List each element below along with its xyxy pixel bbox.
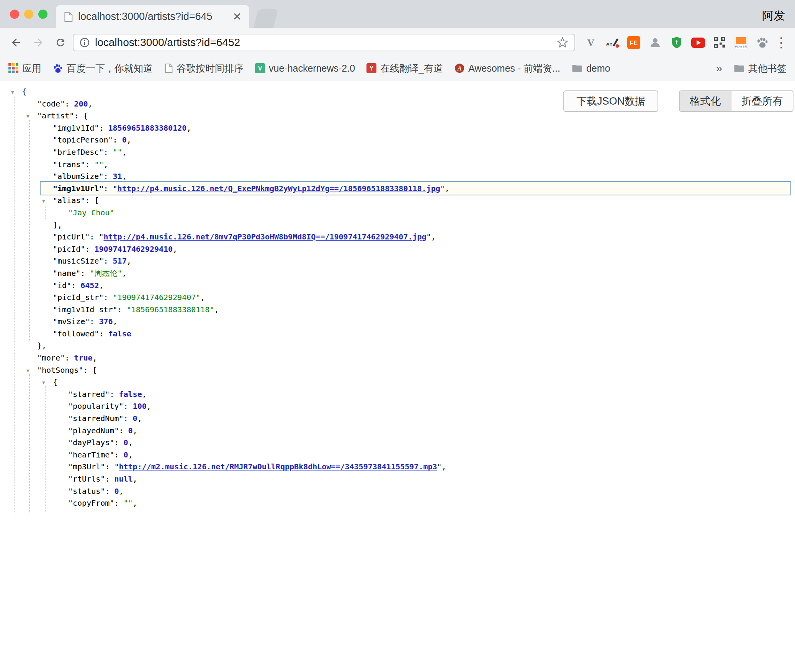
- json-token: 0: [133, 414, 137, 423]
- collapse-arrow-icon[interactable]: ▼: [26, 110, 29, 123]
- json-line: "hearTime": 0,: [0, 449, 795, 461]
- folder-icon: [572, 64, 582, 73]
- collapse-arrow-icon[interactable]: ▼: [11, 86, 14, 98]
- json-token: ,: [133, 426, 137, 435]
- bookmark-item[interactable]: 百度一下，你就知道: [53, 62, 153, 75]
- bookmarks-overflow-icon[interactable]: »: [716, 62, 722, 75]
- page-info-icon[interactable]: [80, 38, 90, 48]
- bookmark-label: vue-hackernews-2.0: [269, 63, 355, 74]
- json-token: ": [426, 232, 431, 241]
- tree-guide-line: [45, 386, 46, 513]
- json-token: [: [94, 196, 99, 205]
- back-button[interactable]: [6, 33, 26, 52]
- json-key: "rtUrls": [68, 474, 105, 484]
- json-line-text: "code": 200,: [37, 99, 93, 108]
- json-token: :: [113, 135, 122, 144]
- json-line-text: "starredNum": 0,: [68, 414, 142, 423]
- collapse-arrow-icon[interactable]: ▼: [42, 195, 45, 207]
- forward-button[interactable]: [28, 33, 48, 52]
- json-token: ,: [214, 305, 219, 314]
- paw-extension-icon[interactable]: [754, 33, 771, 52]
- bookmark-item[interactable]: AAwesomes - 前端资...: [455, 62, 560, 75]
- collapse-arrow-icon[interactable]: ▼: [42, 377, 45, 389]
- shield-extension-icon[interactable]: t: [668, 33, 685, 52]
- json-key: "artist": [37, 111, 74, 120]
- json-token: 0: [124, 438, 128, 447]
- close-window-button[interactable]: [10, 10, 19, 19]
- json-line-text: ],: [53, 220, 62, 229]
- browser-menu-icon[interactable]: ⋮: [774, 34, 789, 51]
- json-line: "starredNum": 0,: [0, 413, 795, 425]
- bookmark-label: Awesomes - 前端资...: [468, 62, 560, 75]
- json-token: :: [103, 148, 113, 157]
- json-url-link[interactable]: http://p4.music.126.net/Q_ExePNkmgB2yWyL…: [118, 184, 440, 193]
- bookmark-item[interactable]: 应用: [8, 62, 41, 75]
- json-line: "trans": "",: [0, 159, 795, 171]
- json-tree: ▼{"code": 200,▼"artist": {"img1v1Id": 18…: [0, 86, 795, 510]
- json-line-text: "img1v1Url": "http://p4.music.126.net/Q_…: [53, 184, 450, 193]
- json-token: ],: [53, 220, 62, 229]
- page-icon: [164, 63, 173, 73]
- json-token: ,: [122, 269, 126, 278]
- new-tab-button[interactable]: [253, 9, 278, 28]
- svg-text:PLAYER: PLAYER: [735, 45, 747, 48]
- bookmark-item[interactable]: 谷歌按时间排序: [164, 62, 244, 75]
- json-url-link[interactable]: http://p4.music.126.net/8mv7qP30Pd3oHW8b…: [103, 232, 426, 241]
- json-line-text: },: [37, 341, 46, 350]
- json-line: "picId": 19097417462929410,: [0, 243, 795, 256]
- json-key: "code": [37, 99, 65, 108]
- json-token: :: [105, 474, 114, 484]
- json-line: "status": 0,: [0, 485, 795, 498]
- json-token: ,: [137, 414, 142, 423]
- json-key: "name": [53, 269, 80, 278]
- bookmark-star-icon[interactable]: [557, 37, 568, 48]
- json-line-text: "hotSongs": [: [37, 366, 97, 375]
- bookmark-item[interactable]: demo: [572, 63, 610, 74]
- address-bar[interactable]: localhost:3000/artists?id=6452: [73, 34, 575, 51]
- json-line-text: "status": 0,: [68, 487, 124, 496]
- apps-icon: [8, 63, 18, 73]
- browser-tab[interactable]: localhost:3000/artists?id=645 ✕: [56, 5, 249, 28]
- address-input[interactable]: localhost:3000/artists?id=6452: [95, 36, 551, 49]
- json-token: ,: [442, 462, 446, 471]
- json-url-link[interactable]: http://m2.music.126.net/RMJR7wDullRqppBk…: [119, 462, 437, 471]
- json-token: ,: [122, 148, 127, 157]
- json-line-text: "img1v1Id_str": "18569651883380118",: [53, 305, 219, 314]
- json-line: ▼"hotSongs": [: [0, 364, 795, 377]
- profile-extension-icon[interactable]: [646, 33, 664, 52]
- collapse-all-button[interactable]: 折叠所有: [731, 91, 793, 111]
- reload-button[interactable]: [51, 33, 70, 52]
- json-token: :: [71, 281, 80, 290]
- json-key: "img1v1Url": [53, 184, 103, 193]
- zoom-window-button[interactable]: [38, 10, 47, 19]
- json-key: "picId_str": [53, 293, 103, 302]
- window-controls: [10, 10, 47, 19]
- json-token: 19097417462929410: [94, 244, 173, 254]
- tab-close-icon[interactable]: ✕: [233, 10, 242, 23]
- vimium-extension-icon[interactable]: V: [582, 33, 600, 52]
- translate-extension-icon[interactable]: en: [604, 33, 621, 52]
- bookmark-item[interactable]: Y在线翻译_有道: [366, 62, 443, 75]
- json-token: :: [85, 196, 94, 205]
- fe-extension-icon[interactable]: FE: [625, 33, 643, 52]
- json-token: :: [103, 256, 113, 266]
- other-bookmarks-folder[interactable]: 其他书签: [734, 62, 787, 75]
- json-line: "id": 6452,: [0, 280, 795, 292]
- player-extension-icon[interactable]: PLAYER: [732, 33, 750, 52]
- qr-extension-icon[interactable]: [711, 33, 728, 52]
- json-token: 0: [122, 135, 127, 144]
- download-json-button[interactable]: 下载JSON数据: [563, 90, 658, 112]
- json-token: "Jay Chou": [68, 208, 114, 217]
- json-token: 0: [124, 450, 128, 459]
- format-button[interactable]: 格式化: [680, 91, 731, 111]
- json-line: "name": "周杰伦",: [0, 267, 795, 280]
- bookmark-label: 百度一下，你就知道: [67, 62, 153, 75]
- youtube-extension-icon[interactable]: [689, 33, 707, 52]
- json-line-text: "hearTime": 0,: [68, 450, 133, 459]
- json-line-text: "playedNum": 0,: [68, 426, 137, 435]
- json-line-text: "picUrl": "http://p4.music.126.net/8mv7q…: [53, 232, 435, 241]
- bookmark-item[interactable]: Vvue-hackernews-2.0: [255, 63, 355, 74]
- collapse-arrow-icon[interactable]: ▼: [26, 365, 29, 377]
- profile-name[interactable]: 阿发: [762, 8, 785, 24]
- minimize-window-button[interactable]: [24, 10, 33, 19]
